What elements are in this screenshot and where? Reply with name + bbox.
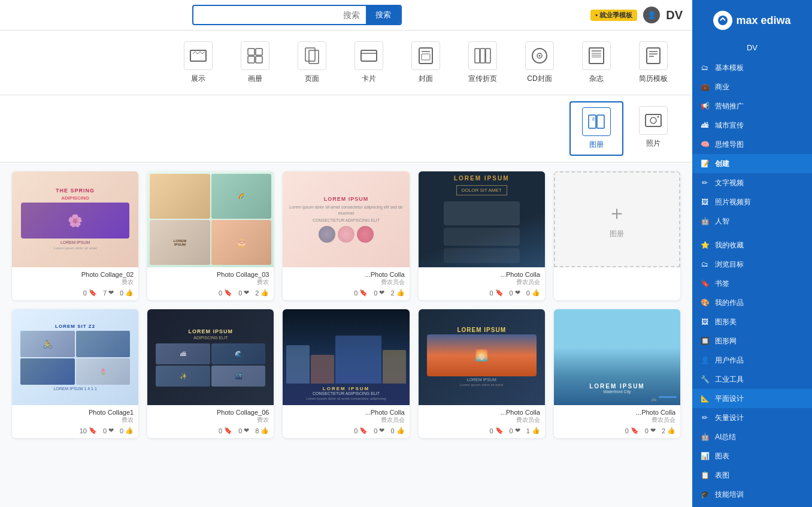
svg-rect-18 — [422, 54, 430, 60]
ai-icon: 🤖 — [699, 216, 710, 227]
sidebar-label-browse: 浏览目标 — [715, 259, 744, 270]
category-photo-book[interactable]: 图册 — [569, 101, 623, 156]
sidebar-item-basic-template[interactable]: 基本模板 🗂 — [692, 58, 812, 77]
topbar-tag[interactable]: 就业季模板 • — [590, 10, 637, 21]
sidebar-item-ai-tools[interactable]: AI总结 🤖 — [692, 427, 812, 446]
svg-rect-31 — [589, 115, 596, 128]
sidebar-logo-icon — [713, 11, 732, 30]
category-cd[interactable]: CD封面 — [513, 37, 566, 89]
svg-rect-13 — [475, 49, 480, 63]
main-area: DV 👤 就业季模板 • 搜索 简历模板 — [0, 0, 692, 507]
category-photo[interactable]: 照片 — [626, 101, 680, 156]
table-icon: 📋 — [699, 470, 710, 481]
grid-item-5[interactable]: LOREM IPSUM DOLOR SIT AMET Photo Colla..… — [419, 171, 545, 300]
topbar-avatar[interactable]: 👤 — [643, 7, 660, 23]
add-button[interactable]: ＋ 图册 — [554, 171, 680, 267]
sidebar-tools-section: 我的收藏 ⭐ 浏览目标 🗂 书签 🔖 我的作品 🎨 图形美 🖼 图形网 🔲 用户… — [692, 236, 812, 507]
category-card[interactable]: 卡片 — [342, 37, 396, 89]
category-poster[interactable]: 封面 — [399, 37, 453, 89]
bookmarks-icon: 🔖 — [699, 278, 710, 289]
sidebar-item-bookmarks[interactable]: 书签 🔖 — [692, 274, 812, 293]
sidebar-label-user-works: 用户作品 — [715, 355, 744, 366]
stat-like-5: 🔖0 — [489, 289, 503, 297]
left-panel: 简历模板 杂志 CD封面 — [0, 31, 692, 507]
svg-rect-15 — [486, 49, 490, 63]
sidebar-label-mindmap: 思维导图 — [715, 140, 744, 150]
sidebar-label-create: 创建 — [715, 159, 729, 169]
photo-edit-icon: 🖼 — [699, 197, 710, 207]
sidebar-item-create[interactable]: 创建 📝 — [692, 154, 812, 173]
grid-item-add[interactable]: ＋ 图册 — [554, 171, 680, 300]
search-input[interactable] — [193, 7, 366, 23]
category-page[interactable]: 页面 — [285, 37, 339, 89]
grid-item-info-4: Photo Collage1 费农 👍0 ❤0 🔖10 — [12, 405, 138, 438]
topbar-search: 搜索 — [192, 5, 402, 25]
grid-item-9[interactable]: LOREM IPSUM ADIPISCING ELIT 🌊 🏙 🌃 ✨ — [147, 309, 274, 438]
grid-subtitle-8: 费农员会 — [287, 416, 404, 424]
category-report[interactable]: 画册 — [228, 37, 282, 89]
category-banner[interactable]: 展示 — [171, 37, 225, 89]
sidebar-item-text-video[interactable]: 文字视频 ✏ — [692, 173, 812, 192]
sidebar-item-photo-edit[interactable]: 照片视频剪 🖼 — [692, 192, 812, 212]
stat-like-3: 🔖0 — [83, 289, 97, 297]
sidebar-label-picture: 图形美 — [715, 317, 737, 327]
sidebar-item-marketing[interactable]: 营销推广 📢 — [692, 96, 812, 116]
grid-item-1[interactable]: LOREM IPSUM Lorem ipsum dolor sit amet c… — [283, 171, 409, 300]
svg-point-29 — [650, 117, 656, 123]
skill-icon: 🎓 — [699, 489, 710, 500]
sidebar-item-business[interactable]: 商业 💼 — [692, 77, 812, 96]
sidebar-label-basic-template: 基本模板 — [715, 63, 744, 73]
category-label-report: 画册 — [248, 74, 262, 84]
sidebar-item-industry-tools[interactable]: 工业工具 🔧 — [692, 370, 812, 389]
grid-item-7[interactable]: LOREM IPSUM 🌅 LOREM IPSUM Lorem ipsum do… — [419, 309, 545, 438]
grid-item-4[interactable]: LOREM SIT Z2 🚴 🌷 LOREM IPSUM 1 4 1 1 — [12, 309, 138, 438]
category-label-resume: 简历模板 — [639, 74, 668, 84]
flat-design-icon: 📐 — [699, 393, 710, 404]
add-icon: ＋ — [607, 200, 626, 227]
sidebar-item-browse[interactable]: 浏览目标 🗂 — [692, 255, 812, 274]
stat-heart-2: ❤0 — [238, 289, 249, 297]
thumb-4: LOREM SIT Z2 🚴 🌷 LOREM IPSUM 1 4 1 1 — [12, 309, 138, 405]
sidebar-item-ai[interactable]: 人智 🤖 — [692, 212, 812, 231]
photo-content-7: LOREM IPSUM 🌅 LOREM IPSUM Lorem ipsum do… — [419, 309, 545, 405]
sidebar-item-flat-design[interactable]: 平面设计 📐 — [692, 389, 812, 408]
sidebar-item-skill[interactable]: 技能培训 🎓 — [692, 485, 812, 504]
business-icon: 💼 — [699, 82, 710, 92]
stat-like-8: 🔖0 — [354, 427, 368, 434]
category-magazine[interactable]: 杂志 — [569, 37, 623, 89]
template-icon: 🗂 — [699, 62, 710, 73]
stat-heart-9: ❤0 — [238, 427, 249, 434]
grid-item-8[interactable]: LOREM IPSUM CONSECTETUR ADIPISCING ELIT … — [283, 309, 409, 438]
grid-item-2[interactable]: 🌈 🎂 LOREMIPSUM — [147, 171, 274, 300]
sidebar-item-user-works[interactable]: 用户作品 👤 — [692, 351, 812, 370]
sidebar-item-vector[interactable]: 矢量设计 ✏ — [692, 408, 812, 427]
category-brochure[interactable]: 宣传折页 — [456, 37, 510, 89]
svg-point-0 — [718, 16, 728, 25]
cd-icon — [525, 41, 554, 70]
sidebar-item-favorites[interactable]: 我的收藏 ⭐ — [692, 236, 812, 255]
sidebar-item-table[interactable]: 表图 📋 — [692, 466, 812, 485]
stat-share-6: 👍2 — [662, 427, 675, 434]
card-icon — [355, 41, 383, 70]
grid-container: ＋ 图册 LOREM IPSUM DOLOR SIT AMET — [12, 171, 680, 438]
category-resume[interactable]: 简历模板 — [626, 37, 680, 89]
sidebar-item-mindmap[interactable]: 思维导图 🧠 — [692, 135, 812, 154]
sidebar-label-skill: 技能培训 — [715, 490, 744, 500]
grid-item-info-3: Photo Collage_02 费农 👍0 ❤7 🔖0 — [12, 267, 138, 300]
grid-item-3[interactable]: THE SPRING ADIPISCING 🌸 LOREM IPSUM Lore… — [12, 171, 138, 300]
sidebar-item-chart[interactable]: 图表 📊 — [692, 446, 812, 466]
grid-item-6[interactable]: LOREM IPSUM Waterfront City 🚲 — [554, 309, 680, 438]
grid-item-info-9: Photo Collage_06 费农 👍8 ❤0 🔖0 — [147, 405, 274, 438]
search-button[interactable]: 搜索 — [366, 6, 401, 24]
svg-rect-14 — [480, 49, 485, 63]
grid-title-6: Photo Colla... — [559, 409, 675, 416]
sidebar-item-city[interactable]: 城市宣传 🏙 — [692, 116, 812, 135]
photo-content-3: THE SPRING ADIPISCING 🌸 LOREM IPSUM Lore… — [12, 171, 138, 267]
magazine-icon — [582, 41, 611, 70]
sidebar-item-my-works[interactable]: 我的作品 🎨 — [692, 293, 812, 312]
stat-share-3: 👍0 — [120, 289, 134, 297]
sidebar-item-grid-net[interactable]: 图形网 🔲 — [692, 331, 812, 351]
sidebar-item-picture[interactable]: 图形美 🖼 — [692, 312, 812, 331]
sidebar-item-layout[interactable]: 版本 📄 — [692, 504, 812, 507]
topbar: DV 👤 就业季模板 • 搜索 — [0, 0, 692, 31]
